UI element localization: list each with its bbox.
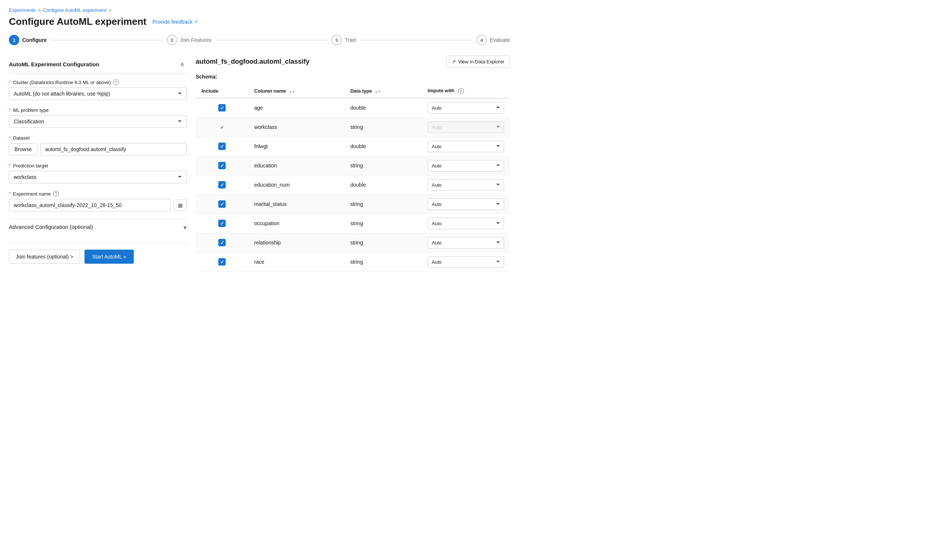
step-configure[interactable]: 1 Configure xyxy=(9,35,47,45)
impute-cell: Auto xyxy=(422,156,510,175)
impute-select[interactable]: Auto xyxy=(428,179,504,191)
table-row: ✓education_numdoubleAuto xyxy=(196,175,510,194)
breadcrumb-configure[interactable]: Configure AutoML experiment xyxy=(43,8,107,13)
column-name-cell: workclass xyxy=(248,117,344,137)
impute-info-icon[interactable]: i xyxy=(458,88,464,94)
checkbox-checked[interactable]: ✓ xyxy=(218,220,226,227)
experiment-name-group: * Experiment name ? ▦ xyxy=(9,191,187,212)
step-circle-1: 1 xyxy=(9,35,19,45)
experiment-name-input[interactable] xyxy=(9,199,171,212)
column-name-cell: age xyxy=(248,98,344,118)
section-title: AutoML Experiment Configuration xyxy=(9,61,99,68)
step-join-features[interactable]: 2 Join Features xyxy=(167,35,212,45)
step-circle-4: 4 xyxy=(477,35,487,45)
data-type-cell: string xyxy=(344,252,422,272)
step-label-join: Join Features xyxy=(180,37,212,43)
prediction-target-group: * Prediction target workclass xyxy=(9,163,187,183)
prediction-target-select[interactable]: workclass xyxy=(9,171,187,183)
feedback-link[interactable]: Provide feedback ↗ xyxy=(152,19,197,25)
impute-cell: Auto xyxy=(422,214,510,233)
dataset-input[interactable] xyxy=(41,143,187,156)
impute-select[interactable]: Auto xyxy=(428,218,504,229)
cluster-select[interactable]: AutoML (do not attach libraries, use %pi… xyxy=(9,87,187,100)
checkbox-checked[interactable]: ✓ xyxy=(218,239,226,246)
table-header-row: automl_fs_dogfood.automl_classify ↗ View… xyxy=(196,56,510,68)
step-train[interactable]: 3 Train xyxy=(331,35,356,45)
advanced-header[interactable]: Advanced Configuration (optional) ∨ xyxy=(9,219,187,234)
checkbox-checked[interactable]: ✓ xyxy=(218,143,226,150)
impute-select[interactable]: Auto xyxy=(428,160,504,171)
prediction-required: * xyxy=(9,163,11,168)
data-type-cell: string xyxy=(344,214,422,233)
col-column-name[interactable]: Column name ▲▼ xyxy=(248,84,344,98)
table-row: ✓occupationstringAuto xyxy=(196,214,510,233)
ml-problem-select[interactable]: Classification xyxy=(9,115,187,128)
impute-cell: Auto xyxy=(422,233,510,252)
include-cell: ✓ xyxy=(196,137,248,156)
table-row: ✓relationshipstringAuto xyxy=(196,233,510,252)
browse-button[interactable]: Browse xyxy=(9,143,38,155)
step-evaluate[interactable]: 4 Evaluate xyxy=(477,35,510,45)
include-cell: ✓ xyxy=(196,98,248,118)
include-cell: ✓ xyxy=(196,233,248,252)
dataset-required: * xyxy=(9,135,11,141)
cluster-required: * xyxy=(9,80,11,85)
include-cell: ✓ xyxy=(196,252,248,272)
impute-select[interactable]: Auto xyxy=(428,141,504,152)
include-cell: ✓ xyxy=(196,117,248,137)
step-label-evaluate: Evaluate xyxy=(490,37,510,43)
table-row: ✓fnlwgtdoubleAuto xyxy=(196,137,510,156)
step-label-train: Train xyxy=(345,37,356,43)
include-cell: ✓ xyxy=(196,156,248,175)
schema-table: Include Column name ▲▼ Data type ▲▼ Impu… xyxy=(196,84,510,272)
include-cell: ✓ xyxy=(196,214,248,233)
cluster-group: * Cluster (Databricks Runtime 8.3 ML or … xyxy=(9,79,187,100)
dataset-row: Browse xyxy=(9,143,187,156)
ml-required: * xyxy=(9,107,11,113)
column-name-cell: education_num xyxy=(248,175,344,194)
advanced-expand-icon: ∨ xyxy=(183,224,187,230)
checkbox-checked[interactable]: ✓ xyxy=(218,162,226,169)
advanced-section: Advanced Configuration (optional) ∨ xyxy=(9,219,187,234)
step-label-configure: Configure xyxy=(22,37,47,43)
table-title: automl_fs_dogfood.automl_classify xyxy=(196,58,309,66)
start-automl-button[interactable]: Start AutoML » xyxy=(84,250,133,264)
checkbox-checked[interactable]: ✓ xyxy=(218,104,226,111)
column-name-cell: relationship xyxy=(248,233,344,252)
join-features-button[interactable]: Join features (optional) > xyxy=(9,250,80,264)
cluster-info-icon[interactable]: ? xyxy=(113,79,119,85)
step-connector-2 xyxy=(216,40,327,41)
impute-cell: Auto xyxy=(422,194,510,214)
prediction-target-label: * Prediction target xyxy=(9,163,187,168)
breadcrumb-sep2: > xyxy=(108,8,111,13)
data-type-cell: string xyxy=(344,233,422,252)
col-data-type[interactable]: Data type ▲▼ xyxy=(344,84,422,98)
data-type-cell: string xyxy=(344,117,422,137)
data-type-cell: string xyxy=(344,194,422,214)
step-circle-3: 3 xyxy=(331,35,342,45)
impute-cell: Auto xyxy=(422,252,510,272)
collapse-button[interactable]: ∧ xyxy=(178,60,187,69)
checkbox-checked[interactable]: ✓ xyxy=(218,181,226,189)
column-name-cell: marital_status xyxy=(248,194,344,214)
impute-select[interactable]: Auto xyxy=(428,102,504,114)
breadcrumb-experiments[interactable]: Experiments xyxy=(9,8,36,13)
data-type-cell: double xyxy=(344,175,422,194)
checkbox-checked[interactable]: ✓ xyxy=(218,258,226,266)
impute-select[interactable]: Auto xyxy=(428,256,504,268)
checkbox-checked[interactable]: ✓ xyxy=(218,200,226,208)
steps-nav: 1 Configure 2 Join Features 3 Train 4 Ev… xyxy=(9,35,510,45)
experiment-required: * xyxy=(9,191,11,197)
edit-icon-button[interactable]: ▦ xyxy=(174,200,187,211)
view-explorer-button[interactable]: ↗ View in Data Explorer xyxy=(446,56,510,68)
impute-select[interactable]: Auto xyxy=(428,198,504,210)
experiment-name-row: ▦ xyxy=(9,199,187,212)
dataset-label: * Dataset xyxy=(9,135,187,141)
impute-select: Auto xyxy=(428,122,504,133)
impute-cell: Auto xyxy=(422,137,510,156)
column-name-cell: fnlwgt xyxy=(248,137,344,156)
experiment-info-icon[interactable]: ? xyxy=(53,191,59,197)
impute-select[interactable]: Auto xyxy=(428,237,504,249)
checkbox-check[interactable]: ✓ xyxy=(218,123,226,131)
col-impute-with: Impute with i xyxy=(422,84,510,98)
